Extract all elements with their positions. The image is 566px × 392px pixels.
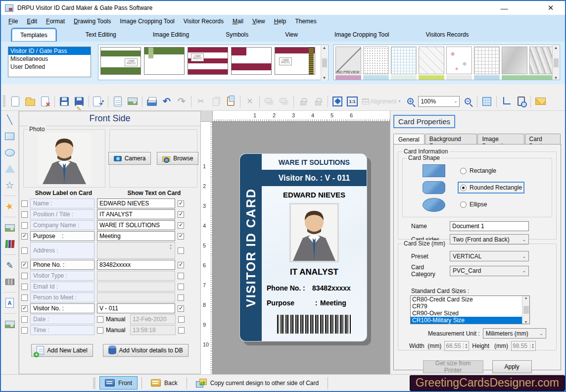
background-thumbnail[interactable] (502, 47, 527, 74)
template-thumbnail[interactable]: USER PHOTO (188, 47, 228, 75)
fit-to-window-icon[interactable] (330, 95, 344, 108)
export-icon[interactable]: ▾ (92, 95, 105, 108)
label-checkbox[interactable] (21, 327, 28, 334)
zoom-in-icon[interactable]: + (403, 95, 417, 108)
value-checkbox[interactable] (178, 222, 184, 229)
delete-icon[interactable]: ✕ (243, 95, 257, 108)
category-visitor-id-gate-pass[interactable]: Visitor ID / Gate Pass (8, 47, 91, 55)
menu-file[interactable]: File (4, 16, 22, 27)
zoom-level-combobox[interactable]: 100% ⌄ (418, 96, 460, 107)
menu-help[interactable]: Help (270, 16, 291, 27)
clipart-library-icon[interactable] (4, 238, 16, 250)
value-checkbox[interactable] (178, 305, 184, 312)
category-miscellaneous[interactable]: Miscellaneous (8, 55, 91, 63)
get-size-from-printer-button[interactable]: Get size from Printer (423, 360, 483, 373)
value-checkbox[interactable] (178, 327, 185, 334)
print-icon[interactable] (145, 95, 159, 108)
field-value-input[interactable] (97, 282, 175, 292)
signature-tool-icon[interactable]: ✎ (4, 259, 16, 271)
field-value-input[interactable] (97, 260, 175, 270)
copy-icon[interactable] (209, 95, 223, 108)
image-tool-icon[interactable] (4, 318, 16, 330)
id-card-preview[interactable]: VISITOR ID CARD WARE IT SOLUTIONS Visito… (239, 153, 367, 342)
template-thumbnail[interactable]: USER PHOTO (275, 47, 315, 75)
label-checkbox[interactable] (21, 262, 28, 268)
template-category-list[interactable]: Visitor ID / Gate Pass Miscellaneous Use… (8, 47, 91, 77)
value-checkbox[interactable] (178, 211, 184, 218)
delete-file-icon[interactable] (38, 95, 52, 108)
value-checkbox[interactable] (178, 284, 184, 290)
spinner-arrows[interactable]: ▲▼ (168, 244, 174, 250)
lock-icon[interactable] (296, 95, 310, 108)
design-canvas[interactable]: 123456 12345678910 VISITOR ID CARD WARE … (201, 111, 390, 374)
apply-button[interactable]: Apply (492, 360, 532, 373)
background-thumbnail-no-preview[interactable]: NO PREVIEW (335, 47, 361, 74)
open-folder-icon[interactable] (23, 95, 37, 108)
size-option[interactable]: CR79 (411, 303, 529, 310)
label-checkbox[interactable] (21, 284, 28, 290)
measurement-unit-dropdown[interactable]: Milimeters (mm)⌄ (483, 328, 546, 339)
field-value-input[interactable] (97, 209, 175, 219)
tab-visitors-records[interactable]: Visitors Records (419, 29, 475, 40)
triangle-tool-icon[interactable] (4, 163, 16, 175)
tab-image-editing[interactable]: Image Editing (146, 29, 196, 40)
label-checkbox[interactable] (21, 316, 28, 323)
paste-icon[interactable] (224, 95, 237, 108)
field-value-input[interactable] (97, 293, 175, 302)
menu-themes[interactable]: Themes (290, 16, 321, 27)
label-checkbox[interactable] (21, 294, 28, 301)
rounded-rectangle-radio[interactable] (460, 185, 467, 191)
notes-icon[interactable] (111, 95, 125, 108)
template-thumbnail[interactable]: USER PHOTO (100, 47, 141, 75)
template-thumbnail[interactable] (231, 47, 272, 75)
label-checkbox[interactable] (21, 233, 28, 240)
shape-option-rounded-rectangle[interactable]: Rounded Rectangle (460, 184, 522, 191)
crop-icon[interactable] (499, 95, 513, 108)
background-thumbnail[interactable] (529, 47, 555, 74)
preset-dropdown[interactable]: VERTICAL⌄ (450, 251, 529, 261)
shape-tool-icon[interactable]: ★ (4, 200, 16, 212)
label-checkbox[interactable] (21, 273, 28, 279)
value-checkbox[interactable] (178, 233, 184, 240)
cut-icon[interactable]: ✂ (194, 95, 208, 108)
copy-design-button[interactable]: ⇄ Copy current design to other side of C… (191, 376, 324, 390)
minimize-button[interactable]: — (497, 4, 512, 12)
menu-drawing-tools[interactable]: Drawing Tools (69, 16, 115, 27)
close-button[interactable]: ✕ (543, 3, 558, 12)
tab-text-editing[interactable]: Text Editing (79, 29, 123, 40)
browse-button[interactable]: Browse (157, 152, 198, 165)
zoom-out-icon[interactable]: − (461, 95, 474, 108)
ellipse-tool-icon[interactable] (4, 147, 16, 158)
save-icon[interactable] (57, 95, 71, 108)
ungroup-icon[interactable] (277, 95, 291, 108)
capture-icon[interactable] (514, 95, 528, 108)
menu-mail[interactable]: Mail (228, 16, 248, 27)
value-checkbox[interactable] (178, 273, 184, 279)
background-thumbnail[interactable] (446, 47, 472, 74)
add-visitor-details-to-db-button[interactable]: Add Visitor details to DB (103, 344, 189, 357)
size-option[interactable]: CR80-Credit Card Size (411, 296, 529, 303)
email-icon[interactable] (533, 95, 547, 108)
tab-symbols[interactable]: Symbols (219, 29, 255, 40)
size-option-selected[interactable]: CR100-Military Size (411, 317, 529, 324)
size-option[interactable]: CR90-Over Sized (411, 310, 529, 317)
background-thumbnail[interactable] (363, 47, 389, 74)
background-thumbnail[interactable] (391, 47, 417, 74)
menu-visitor-records[interactable]: Visitor Records (179, 16, 228, 27)
standard-card-sizes-list[interactable]: CR80-Credit Card Size CR79 CR90-Over Siz… (410, 295, 530, 324)
ellipse-radio[interactable] (460, 201, 467, 208)
alignment-dropdown[interactable]: Alignment▾ (360, 95, 402, 108)
field-value-input[interactable] (97, 231, 175, 241)
add-new-label-button[interactable]: Add New Label (31, 344, 93, 357)
tab-image-cropping-tool[interactable]: Image Cropping Tool (328, 29, 396, 40)
label-checkbox[interactable] (21, 222, 28, 229)
rectangle-tool-icon[interactable] (4, 130, 16, 142)
tab-view[interactable]: View (278, 29, 305, 40)
value-checkbox[interactable] (178, 294, 184, 301)
picture-tool-icon[interactable] (4, 222, 16, 234)
new-document-icon[interactable] (8, 95, 22, 108)
field-value-input[interactable] (97, 271, 175, 281)
height-spinner[interactable]: 98.55 ▲▼ (511, 341, 536, 351)
one-to-one-icon[interactable]: 1:1 (345, 95, 359, 108)
value-checkbox[interactable] (178, 200, 184, 207)
